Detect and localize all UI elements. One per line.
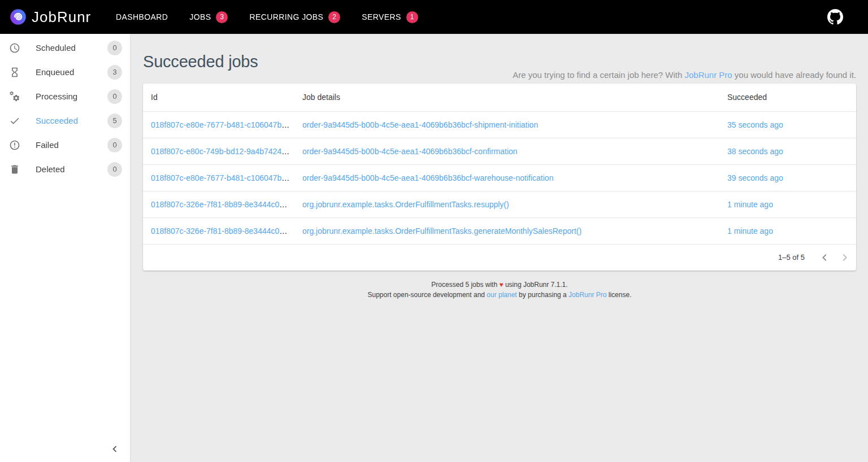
gears-icon: [9, 91, 20, 102]
sidebar-item-scheduled[interactable]: Scheduled 0: [0, 36, 130, 60]
table-header-row: Id Job details Succeeded: [143, 84, 856, 111]
sidebar-item-label: Deleted: [36, 164, 65, 174]
table-pagination: 1–5 of 5: [143, 245, 856, 271]
table-row[interactable]: 018f807c-e80e-7677-b481-c106047b6f09 ord…: [143, 164, 856, 191]
footer-line-1: Processed 5 jobs with ♥ using JobRunr 7.…: [143, 281, 856, 289]
footer-text: Support open-source development and: [368, 291, 487, 299]
error-icon: [9, 140, 20, 151]
job-id-link[interactable]: 018f807c-e80c-749b-bd12-9a4b7424a034: [151, 147, 294, 156]
footer-text: Processed 5 jobs with: [431, 281, 499, 289]
heart-icon: ♥: [499, 281, 503, 289]
jobs-table: Id Job details Succeeded 018f807c-e80e-7…: [143, 84, 856, 245]
jobs-count-badge: 3: [216, 11, 228, 23]
sidebar-item-succeeded[interactable]: Succeeded 5: [0, 108, 130, 133]
sidebar-item-processing[interactable]: Processing 0: [0, 84, 130, 108]
footer-text: using JobRunr 7.1.1.: [504, 281, 568, 289]
nav-items: DASHBOARD JOBS 3 RECURRING JOBS 2 SERVER…: [105, 0, 429, 34]
job-details-link[interactable]: order-9a9445d5-b00b-4c5e-aea1-4069b6b36b…: [302, 173, 553, 182]
jobrunr-logo-icon: [10, 8, 27, 25]
job-succeeded-time[interactable]: 1 minute ago: [727, 226, 773, 236]
sidebar-item-label: Succeeded: [36, 116, 78, 125]
chevron-left-icon: [108, 443, 121, 455]
pro-hint: Are you trying to find a certain job her…: [513, 70, 856, 80]
nav-item-jobs[interactable]: JOBS 3: [179, 0, 238, 34]
deleted-count-badge: 0: [107, 162, 122, 177]
job-id-link[interactable]: 018f807c-e80e-7677-b481-c106047b6f09: [151, 173, 294, 182]
job-details-link[interactable]: org.jobrunr.example.tasks.OrderFulfillme…: [302, 226, 581, 236]
job-succeeded-time[interactable]: 38 seconds ago: [727, 147, 783, 156]
our-planet-link[interactable]: our planet: [487, 291, 517, 299]
nav-item-label: SERVERS: [362, 12, 401, 21]
nav-item-label: JOBS: [189, 12, 211, 21]
column-header-succeeded: Succeeded: [719, 84, 856, 111]
sidebar: Scheduled 0 Enqueued 3 Processing 0 Succ…: [0, 34, 130, 462]
sidebar-item-label: Failed: [36, 140, 59, 150]
table-row[interactable]: 018f807c-326e-7f81-8b89-8e3444c0bd84 org…: [143, 191, 856, 217]
scheduled-count-badge: 0: [107, 41, 122, 55]
pagination-range-label: 1–5 of 5: [778, 253, 805, 261]
sidebar-item-label: Processing: [36, 91, 77, 101]
check-icon: [9, 115, 20, 127]
footer-text: license.: [606, 291, 631, 299]
sidebar-item-label: Scheduled: [36, 43, 76, 53]
main-content: Succeeded jobs Are you trying to find a …: [130, 34, 868, 462]
footer-line-2: Support open-source development and our …: [143, 291, 856, 299]
failed-count-badge: 0: [107, 138, 122, 152]
sidebar-collapse-button[interactable]: [107, 441, 123, 457]
jobrunr-pro-link[interactable]: JobRunr Pro: [684, 70, 732, 80]
job-succeeded-time[interactable]: 1 minute ago: [727, 200, 773, 209]
job-succeeded-time[interactable]: 35 seconds ago: [727, 120, 783, 129]
recurring-jobs-count-badge: 2: [328, 11, 340, 23]
job-id-link[interactable]: 018f807c-326e-7f81-8b89-8e3444c0bd83: [151, 226, 294, 236]
trash-icon: [9, 164, 20, 175]
processing-count-badge: 0: [107, 89, 122, 104]
clock-icon: [9, 42, 20, 54]
page-title: Succeeded jobs: [143, 53, 258, 71]
job-details-link[interactable]: order-9a9445d5-b00b-4c5e-aea1-4069b6b36b…: [302, 147, 518, 156]
job-details-link[interactable]: org.jobrunr.example.tasks.OrderFulfillme…: [302, 200, 509, 209]
sidebar-item-deleted[interactable]: Deleted 0: [0, 157, 130, 181]
column-header-id: Id: [143, 84, 294, 111]
sidebar-item-enqueued[interactable]: Enqueued 3: [0, 60, 130, 84]
nav-item-servers[interactable]: SERVERS 1: [351, 0, 428, 34]
jobrunr-pro-footer-link[interactable]: JobRunr Pro: [568, 291, 606, 299]
table-row[interactable]: 018f807c-e80e-7677-b481-c106047b6f0a ord…: [143, 111, 856, 138]
pro-hint-text: Are you trying to find a certain job her…: [513, 70, 684, 80]
footer: Processed 5 jobs with ♥ using JobRunr 7.…: [143, 281, 856, 299]
enqueued-count-badge: 3: [107, 65, 122, 80]
brand-name: JobRunr: [32, 8, 91, 26]
pagination-next-button[interactable]: [835, 247, 855, 268]
pro-hint-text: you would have already found it.: [732, 70, 856, 80]
nav-item-label: DASHBOARD: [116, 12, 168, 21]
succeeded-count-badge: 5: [107, 114, 122, 128]
footer-text: by purchasing a: [517, 291, 568, 299]
nav-item-dashboard[interactable]: DASHBOARD: [105, 0, 179, 34]
nav-item-recurring-jobs[interactable]: RECURRING JOBS 2: [238, 0, 351, 34]
sidebar-item-failed[interactable]: Failed 0: [0, 133, 130, 157]
sidebar-item-label: Enqueued: [36, 67, 74, 77]
hourglass-icon: [9, 67, 20, 78]
table-row[interactable]: 018f807c-326e-7f81-8b89-8e3444c0bd83 org…: [143, 217, 856, 244]
job-id-link[interactable]: 018f807c-326e-7f81-8b89-8e3444c0bd84: [151, 200, 294, 209]
chevron-right-icon: [838, 251, 852, 264]
pagination-prev-button[interactable]: [814, 247, 835, 268]
job-details-link[interactable]: order-9a9445d5-b00b-4c5e-aea1-4069b6b36b…: [302, 120, 538, 129]
jobs-table-card: Id Job details Succeeded 018f807c-e80e-7…: [143, 84, 856, 271]
top-navbar: JobRunr DASHBOARD JOBS 3 RECURRING JOBS …: [0, 0, 868, 34]
github-icon[interactable]: [827, 9, 843, 25]
nav-item-label: RECURRING JOBS: [249, 12, 323, 21]
chevron-left-icon: [818, 251, 831, 264]
brand[interactable]: JobRunr: [0, 8, 105, 26]
column-header-job-details: Job details: [294, 84, 719, 111]
table-row[interactable]: 018f807c-e80c-749b-bd12-9a4b7424a034 ord…: [143, 138, 856, 164]
servers-count-badge: 1: [406, 11, 418, 23]
job-succeeded-time[interactable]: 39 seconds ago: [727, 173, 783, 182]
job-id-link[interactable]: 018f807c-e80e-7677-b481-c106047b6f0a: [151, 120, 294, 129]
